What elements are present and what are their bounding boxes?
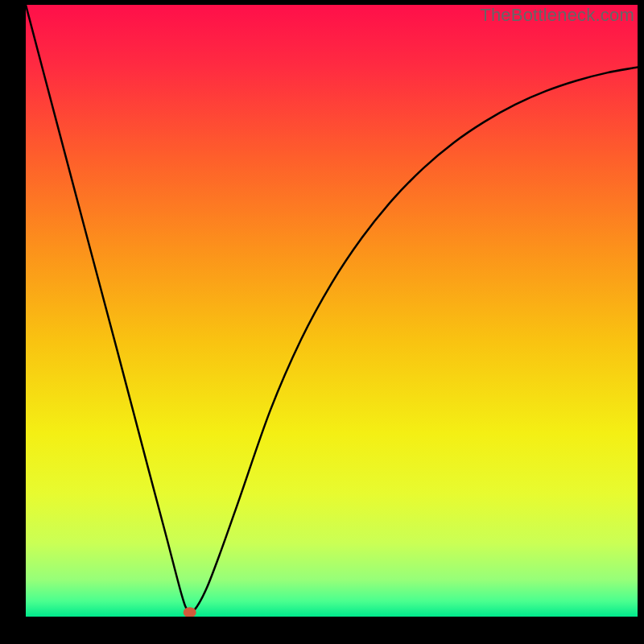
chart-svg: [26, 5, 638, 617]
watermark-text: TheBottleneck.com: [480, 5, 634, 26]
plot-area: [26, 5, 638, 617]
gradient-background: [26, 5, 638, 617]
chart-frame: TheBottleneck.com: [0, 0, 644, 644]
